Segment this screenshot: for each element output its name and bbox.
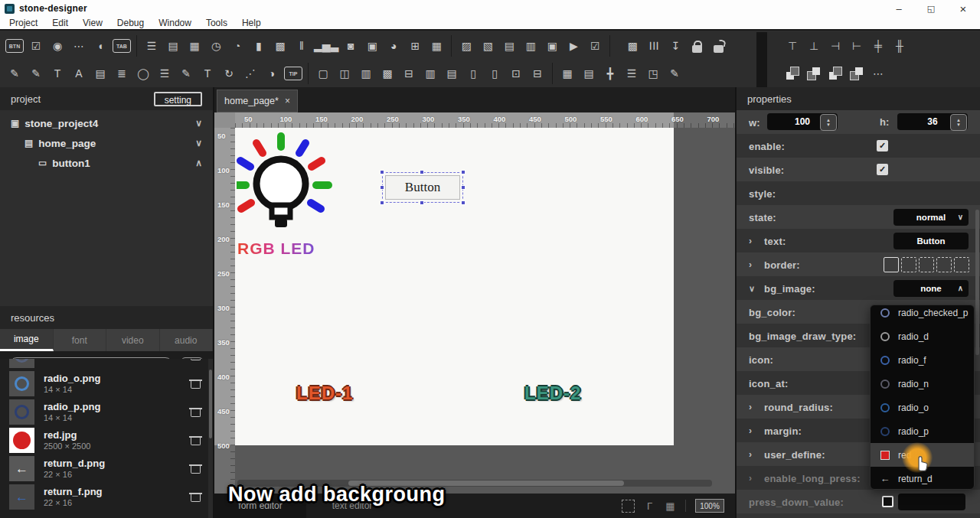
ellipse-icon[interactable]: ◯ xyxy=(134,64,152,83)
tree-item[interactable]: ▤ home_page ∨ xyxy=(0,133,213,153)
visible-checkbox[interactable] xyxy=(877,164,888,175)
minimize-button[interactable] xyxy=(893,2,905,15)
dropdown-item[interactable]: radio_checked_p xyxy=(871,305,974,324)
enable-checkbox[interactable] xyxy=(877,140,888,151)
tab-audio[interactable]: audio xyxy=(160,329,214,351)
tab-widget-icon[interactable]: TAB xyxy=(113,39,131,53)
edit-line-icon[interactable]: ✎ xyxy=(5,64,24,83)
list-widget-icon[interactable]: ≣ xyxy=(113,64,131,83)
maximize-button[interactable] xyxy=(925,2,937,15)
window-icon[interactable]: ▢ xyxy=(314,64,332,83)
snap-corner-icon[interactable] xyxy=(644,500,655,512)
scan-settings-icon[interactable]: ▩ xyxy=(623,36,642,56)
trash-icon[interactable] xyxy=(191,435,201,445)
menu-item[interactable]: Tools xyxy=(206,18,227,28)
send-to-back-icon[interactable] xyxy=(805,64,823,83)
text-box-icon[interactable]: T xyxy=(198,64,217,83)
rows-icon[interactable]: ▤ xyxy=(443,64,461,83)
image-gif-icon[interactable]: ▧ xyxy=(479,36,497,56)
panel-dots-icon[interactable]: ▩ xyxy=(378,64,397,83)
selection-mode-icon[interactable] xyxy=(622,500,635,513)
dropdown-item[interactable]: radio_f xyxy=(871,348,974,372)
screen-icon[interactable]: ⊡ xyxy=(507,64,525,83)
table-icon[interactable]: ⊞ xyxy=(406,36,424,56)
distribute-horizontal-icon[interactable]: ╪ xyxy=(869,36,887,56)
date-range-icon[interactable]: ▤ xyxy=(164,36,182,56)
align-top-icon[interactable]: ⊤ xyxy=(783,36,802,56)
expander-icon[interactable] xyxy=(749,449,752,460)
expander-icon[interactable] xyxy=(749,259,752,270)
edit-line-alt-icon[interactable]: ✎ xyxy=(27,64,45,83)
window-titled-icon[interactable]: ◫ xyxy=(335,64,354,83)
image-frame-icon[interactable]: ▣ xyxy=(363,36,381,56)
bg-image-select[interactable]: none xyxy=(893,280,969,297)
resize-handle-s[interactable] xyxy=(420,200,424,205)
text-label-icon[interactable]: T xyxy=(48,64,67,83)
press-down-value-checkbox[interactable] xyxy=(882,496,893,507)
resize-handle-n[interactable] xyxy=(420,170,424,174)
text-value[interactable]: Button xyxy=(893,233,969,249)
tab-image[interactable]: image xyxy=(0,329,54,351)
align-right-icon[interactable]: ⊢ xyxy=(848,36,866,56)
combo-widget-icon[interactable]: ⋯ xyxy=(70,36,88,56)
trash-icon[interactable] xyxy=(191,464,201,474)
toggle-widget-icon[interactable]: ◖ xyxy=(91,36,109,56)
chevron-icon[interactable]: ∨ xyxy=(195,138,202,148)
image-svg-icon[interactable]: ▤ xyxy=(500,36,518,56)
form-icon[interactable]: ▤ xyxy=(91,64,109,83)
resource-item[interactable]: 14 × 14 xyxy=(9,359,208,370)
vslider-icon[interactable]: ▯ xyxy=(464,64,482,83)
image-check-icon[interactable]: ☑ xyxy=(586,36,604,56)
height-input[interactable]: 36 xyxy=(897,113,968,130)
menu-item[interactable]: Help xyxy=(242,18,261,28)
properties-scrollbar[interactable] xyxy=(975,210,979,355)
panel-wide-icon[interactable]: ⊟ xyxy=(400,64,418,83)
text-art-icon[interactable]: A xyxy=(70,64,88,83)
expander-icon[interactable] xyxy=(749,236,752,246)
menu-item[interactable]: Window xyxy=(158,18,191,28)
bring-forward-icon[interactable] xyxy=(826,64,844,83)
button-selection-rect[interactable]: Button xyxy=(382,172,463,203)
tab-font[interactable]: font xyxy=(54,329,107,351)
menu-item[interactable]: Debug xyxy=(117,18,144,28)
expander-icon[interactable] xyxy=(749,402,752,412)
menu-item[interactable]: Project xyxy=(9,18,38,28)
clipboard-icon[interactable]: ▤ xyxy=(580,64,598,83)
mixer-icon[interactable]: ☰ xyxy=(644,37,664,55)
clock-icon[interactable]: ◷ xyxy=(207,36,225,56)
checkbox-widget-icon[interactable]: ☑ xyxy=(27,36,45,56)
dropdown-item[interactable]: radio_n xyxy=(871,372,974,396)
tab-video[interactable]: video xyxy=(106,329,160,351)
contrast-icon[interactable]: ◑ xyxy=(263,64,281,83)
pie-chart-icon[interactable]: ◕ xyxy=(384,36,403,56)
width-input[interactable]: 100 xyxy=(767,113,838,130)
collapse-icon[interactable] xyxy=(749,283,755,294)
resize-handle-nw[interactable] xyxy=(380,170,384,174)
distribute-vertical-icon[interactable]: ╫ xyxy=(890,36,909,56)
expander-icon[interactable] xyxy=(749,473,752,484)
dropdown-item[interactable]: radio_d xyxy=(871,324,974,348)
resource-item[interactable]: red.jpg 2500 × 2500 xyxy=(9,426,208,454)
align-left-icon[interactable]: ⊣ xyxy=(826,36,844,56)
download-icon[interactable]: ↧ xyxy=(666,36,684,56)
setting-button[interactable]: setting xyxy=(154,92,202,106)
table-grid-icon[interactable]: ▦ xyxy=(427,36,446,56)
tree-item[interactable]: ▭ button1 ∧ xyxy=(0,153,213,173)
screen-curved-icon[interactable]: ⊟ xyxy=(528,64,547,83)
barcode-icon[interactable]: ‖ xyxy=(292,36,311,56)
dropdown-item[interactable]: radio_p xyxy=(871,419,974,443)
trash-icon[interactable] xyxy=(191,407,201,417)
zoom-level[interactable]: 100% xyxy=(695,499,724,513)
resource-item[interactable]: return_d.png 22 × 16 xyxy=(9,454,208,483)
video-icon[interactable]: ▶ xyxy=(564,36,583,56)
resource-list-scrollbar[interactable] xyxy=(208,359,213,518)
menu-item[interactable]: View xyxy=(83,18,103,28)
send-backward-icon[interactable] xyxy=(848,64,866,83)
resource-item[interactable]: radio_p.png 14 × 14 xyxy=(9,398,208,426)
menu-list-icon[interactable]: ☰ xyxy=(155,64,174,83)
resource-item[interactable]: return_f.png 22 × 16 xyxy=(9,483,208,511)
border-all-button[interactable] xyxy=(884,257,899,272)
border-right-button[interactable] xyxy=(936,257,952,272)
gauge-icon[interactable]: ◔ xyxy=(228,36,247,56)
qrcode-icon[interactable]: ▩ xyxy=(271,36,289,56)
